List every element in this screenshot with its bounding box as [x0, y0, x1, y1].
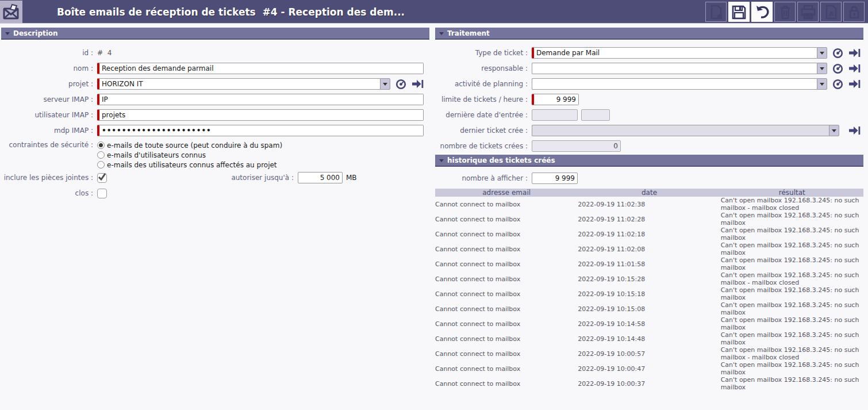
radio-icon[interactable]	[97, 151, 105, 159]
save-button[interactable]	[728, 2, 750, 22]
page-title: Boîte emails de réception de tickets #4 …	[57, 0, 405, 24]
limite-tickets-label: limite de tickets / heure :	[435, 95, 532, 104]
historique-section-title: historique des tickets créés	[447, 156, 555, 164]
mdp-imap-input[interactable]	[97, 125, 424, 136]
activite-goto-button[interactable]	[848, 79, 861, 89]
activite-planning-label: activité de planning :	[435, 80, 532, 88]
description-section-header[interactable]: Description	[1, 28, 429, 40]
print-button[interactable]	[797, 2, 819, 22]
new-document-icon	[709, 5, 723, 20]
result-cell: Can't open mailbox 192.168.3.245: no suc…	[721, 286, 863, 301]
radio-icon[interactable]	[97, 141, 105, 149]
responsable-detail-button[interactable]	[832, 63, 843, 74]
historique-section-header[interactable]: historique des tickets créés	[435, 155, 863, 167]
email-cell: Cannot connect to mailbox	[435, 361, 578, 376]
autoriser-unit: MB	[346, 174, 357, 182]
serveur-imap-label: serveur IMAP :	[1, 95, 97, 104]
traitement-panel: Traitement Type de ticket : Demande par …	[435, 28, 863, 391]
result-cell: Can't open mailbox 192.168.3.245: no suc…	[721, 376, 863, 391]
result-cell: Can't open mailbox 192.168.3.245: no suc…	[721, 361, 863, 376]
jump-right-icon	[412, 79, 424, 89]
col-header-resultat[interactable]: résultat	[721, 189, 863, 197]
mdp-imap-label: mdp IMAP :	[1, 127, 97, 135]
radio-option-toute-source[interactable]: e-mails de toute source (peut conduire à…	[97, 140, 282, 150]
responsable-goto-button[interactable]	[848, 64, 861, 73]
projet-detail-button[interactable]	[395, 79, 406, 90]
result-cell: Can't open mailbox 192.168.3.245: no suc…	[721, 197, 863, 212]
projet-select[interactable]: HORIZON IT	[97, 78, 390, 90]
trash-icon	[778, 5, 792, 20]
description-panel: Description id : # 4 nom : projet : HORI…	[1, 28, 429, 203]
limite-tickets-input[interactable]	[532, 94, 579, 105]
type-ticket-select[interactable]: Demande par Mail	[532, 47, 827, 59]
dernier-ticket-label: dernier ticket crée :	[435, 127, 532, 135]
result-cell: Can't open mailbox 192.168.3.245: no suc…	[721, 227, 863, 242]
nom-input[interactable]	[97, 63, 424, 74]
chevron-down-icon	[829, 125, 839, 136]
traitement-section-header[interactable]: Traitement	[435, 28, 863, 40]
responsable-label: responsable :	[435, 64, 532, 72]
undo-icon	[755, 5, 770, 20]
date-cell: 2022-09-19 10:15:28	[578, 271, 720, 286]
result-cell: Can't open mailbox 192.168.3.245: no suc…	[721, 256, 863, 271]
dernier-ticket-goto-button[interactable]	[848, 126, 861, 135]
result-cell: Can't open mailbox 192.168.3.245: no suc…	[721, 242, 863, 256]
result-cell: Can't open mailbox 192.168.3.245: no suc…	[721, 346, 863, 361]
utilisateur-imap-input[interactable]	[97, 109, 424, 121]
activite-detail-button[interactable]	[832, 79, 843, 90]
chevron-down-icon[interactable]	[817, 47, 827, 59]
serveur-imap-input[interactable]	[97, 94, 424, 105]
type-ticket-goto-button[interactable]	[848, 48, 861, 58]
id-label: id :	[1, 49, 97, 57]
col-header-date[interactable]: date	[578, 189, 720, 197]
date-cell: 2022-09-19 10:00:57	[578, 346, 720, 361]
nombre-crees-label: nombre de tickets crées :	[435, 142, 532, 150]
new-button[interactable]	[705, 2, 727, 22]
eye-icon	[832, 48, 843, 59]
projet-goto-button[interactable]	[412, 79, 424, 89]
mail-ticket-icon	[2, 3, 21, 21]
pdf-button[interactable]: A	[820, 2, 842, 22]
email-cell: Cannot connect to mailbox	[435, 271, 578, 286]
type-ticket-label: Type de ticket :	[435, 49, 532, 57]
nombre-afficher-input[interactable]	[532, 173, 578, 184]
responsable-select[interactable]	[532, 63, 827, 74]
pieces-jointes-checkbox[interactable]	[97, 173, 107, 183]
type-ticket-detail-button[interactable]	[832, 48, 843, 59]
nombre-crees-input	[532, 140, 621, 152]
table-row: Cannot connect to mailbox2022-09-19 10:1…	[435, 301, 863, 316]
date-cell: 2022-09-19 11:02:18	[578, 227, 720, 242]
date-cell: 2022-09-19 11:02:38	[578, 197, 720, 212]
jump-right-icon	[848, 126, 861, 135]
app-logo	[0, 1, 22, 23]
email-cell: Cannot connect to mailbox	[435, 316, 578, 331]
result-cell: Can't open mailbox 192.168.3.245: no suc…	[721, 301, 863, 316]
clos-checkbox[interactable]	[97, 189, 107, 198]
col-header-adresse-email[interactable]: adresse email	[435, 189, 578, 197]
email-cell: Cannot connect to mailbox	[435, 256, 578, 271]
pieces-jointes-label: inclure les pièces jointes :	[1, 174, 97, 182]
chevron-down-icon[interactable]	[817, 63, 827, 74]
radio-icon[interactable]	[97, 161, 105, 168]
email-cell: Cannot connect to mailbox	[435, 346, 578, 361]
table-row: Cannot connect to mailbox2022-09-19 10:1…	[435, 331, 863, 346]
delete-button[interactable]	[774, 2, 796, 22]
undo-button[interactable]	[751, 2, 773, 22]
derniere-heure-input	[581, 109, 610, 121]
activite-planning-select[interactable]	[532, 78, 827, 90]
lock-button[interactable]	[843, 2, 865, 22]
chevron-down-icon[interactable]	[817, 78, 827, 90]
email-cell: Cannot connect to mailbox	[435, 376, 578, 391]
chevron-down-icon[interactable]	[380, 78, 390, 90]
collapse-triangle-icon	[5, 32, 10, 35]
autoriser-input[interactable]	[298, 172, 343, 183]
historique-table: adresse email date résultat Cannot conne…	[435, 189, 863, 391]
result-cell: Can't open mailbox 192.168.3.245: no suc…	[721, 212, 863, 227]
radio-option-utilisateurs-connus[interactable]: e-mails d'utilisateurs connus	[97, 150, 282, 160]
radio-option-connus-projet[interactable]: e-mails des utilisateurs connus affectés…	[97, 160, 282, 170]
dernier-ticket-select	[532, 125, 839, 136]
nombre-afficher-label: nombre à afficher :	[435, 174, 532, 182]
check-icon	[98, 173, 106, 181]
eye-icon	[832, 63, 843, 74]
table-row: Cannot connect to mailbox2022-09-19 10:1…	[435, 271, 863, 286]
